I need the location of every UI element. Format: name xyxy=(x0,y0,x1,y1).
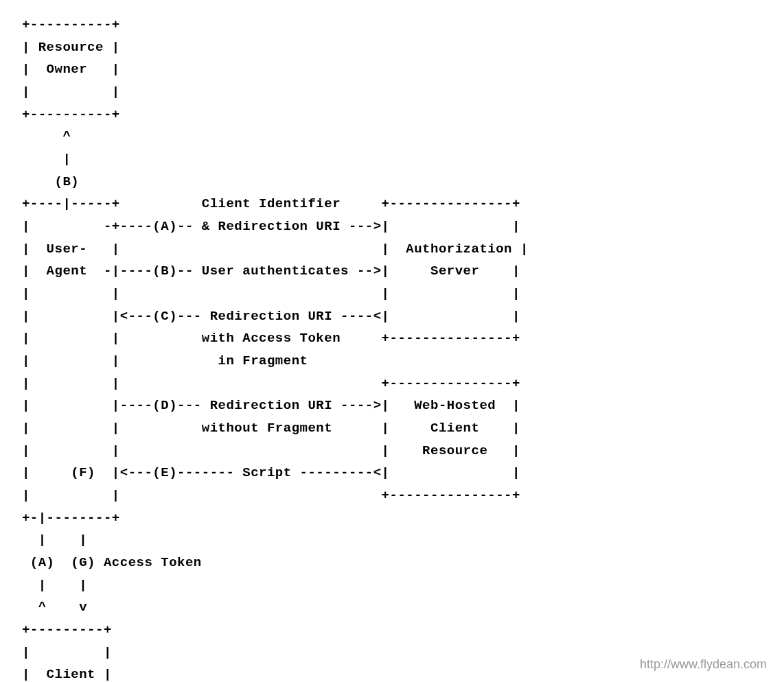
watermark-text: http://www.flydean.com xyxy=(640,657,767,672)
oauth-implicit-flow-diagram: +----------+ | Resource | | Owner | | | … xyxy=(14,14,770,682)
